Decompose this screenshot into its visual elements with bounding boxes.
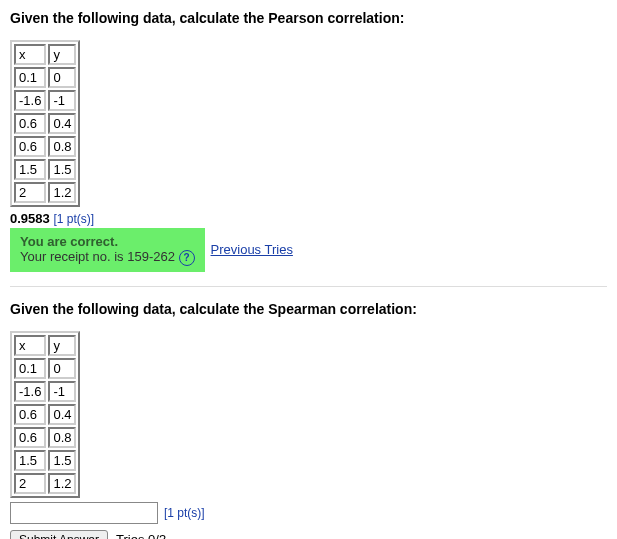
cell-y: 1.5 — [48, 450, 76, 471]
col-header-y: y — [48, 44, 76, 65]
table-row: 0.60.4 — [14, 113, 76, 134]
col-header-y: y — [48, 335, 76, 356]
cell-y: 1.5 — [48, 159, 76, 180]
cell-x: 0.6 — [14, 113, 46, 134]
submit-answer-button[interactable]: Submit Answer — [10, 530, 108, 539]
cell-y: 1.2 — [48, 473, 76, 494]
table-row: 1.51.5 — [14, 450, 76, 471]
cell-y: 0.8 — [48, 136, 76, 157]
cell-y: -1 — [48, 381, 76, 402]
q1-feedback-row: You are correct. Your receipt no. is 159… — [10, 228, 607, 272]
feedback-correct-text: You are correct. — [20, 234, 195, 249]
table-row: 1.51.5 — [14, 159, 76, 180]
table-row: 0.10 — [14, 358, 76, 379]
feedback-receipt-text: Your receipt no. is 159-262 — [20, 249, 175, 264]
cell-x: -1.6 — [14, 381, 46, 402]
separator — [10, 286, 607, 287]
q1-data-table: x y 0.10 -1.6-1 0.60.4 0.60.8 1.51.5 21.… — [10, 40, 80, 207]
table-row: 0.60.8 — [14, 136, 76, 157]
question-2: Given the following data, calculate the … — [10, 301, 607, 539]
q1-prompt: Given the following data, calculate the … — [10, 10, 607, 26]
cell-y: 1.2 — [48, 182, 76, 203]
q2-prompt: Given the following data, calculate the … — [10, 301, 607, 317]
cell-x: 2 — [14, 473, 46, 494]
feedback-receipt-line: Your receipt no. is 159-262 ? — [20, 249, 195, 266]
q1-points: [1 pt(s)] — [53, 212, 94, 226]
cell-y: 0.4 — [48, 113, 76, 134]
help-icon[interactable]: ? — [179, 250, 195, 266]
q1-answer-line: 0.9583 [1 pt(s)] — [10, 211, 607, 226]
table-row: 0.60.4 — [14, 404, 76, 425]
cell-x: 2 — [14, 182, 46, 203]
cell-x: 0.1 — [14, 67, 46, 88]
table-header-row: x y — [14, 335, 76, 356]
cell-x: -1.6 — [14, 90, 46, 111]
cell-y: 0.8 — [48, 427, 76, 448]
col-header-x: x — [14, 335, 46, 356]
table-header-row: x y — [14, 44, 76, 65]
table-row: 21.2 — [14, 473, 76, 494]
cell-y: -1 — [48, 90, 76, 111]
previous-tries-link[interactable]: Previous Tries — [211, 242, 293, 257]
cell-x: 0.1 — [14, 358, 46, 379]
cell-x: 0.6 — [14, 404, 46, 425]
table-row: 21.2 — [14, 182, 76, 203]
table-row: 0.10 — [14, 67, 76, 88]
cell-x: 0.6 — [14, 427, 46, 448]
col-header-x: x — [14, 44, 46, 65]
cell-x: 1.5 — [14, 159, 46, 180]
cell-x: 0.6 — [14, 136, 46, 157]
answer-input[interactable] — [10, 502, 158, 524]
table-row: -1.6-1 — [14, 381, 76, 402]
cell-y: 0.4 — [48, 404, 76, 425]
q1-answer-value: 0.9583 — [10, 211, 50, 226]
table-row: -1.6-1 — [14, 90, 76, 111]
q2-submit-row: Submit Answer Tries 0/3 — [10, 530, 607, 539]
q2-answer-row: [1 pt(s)] — [10, 502, 607, 524]
cell-x: 1.5 — [14, 450, 46, 471]
question-1: Given the following data, calculate the … — [10, 10, 607, 272]
feedback-box: You are correct. Your receipt no. is 159… — [10, 228, 205, 272]
table-row: 0.60.8 — [14, 427, 76, 448]
cell-y: 0 — [48, 67, 76, 88]
q2-data-table: x y 0.10 -1.6-1 0.60.4 0.60.8 1.51.5 21.… — [10, 331, 80, 498]
q2-points: [1 pt(s)] — [164, 506, 205, 520]
cell-y: 0 — [48, 358, 76, 379]
tries-text: Tries 0/3 — [116, 532, 166, 539]
